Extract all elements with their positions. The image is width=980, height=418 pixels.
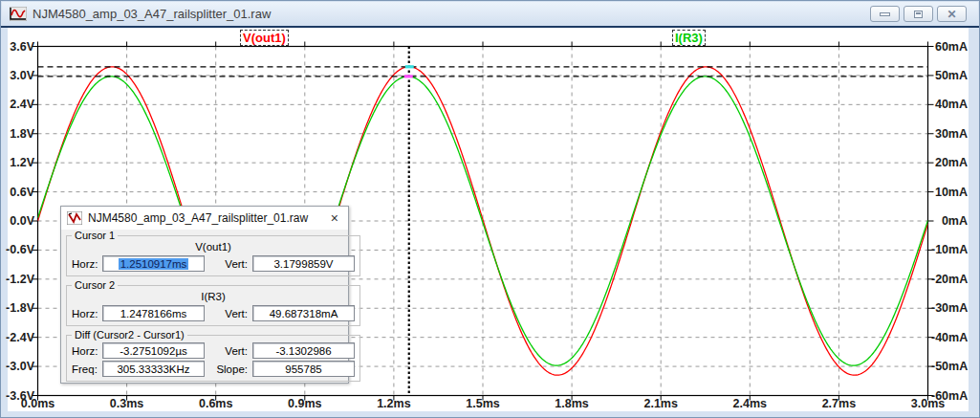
axis-tick-label: 3.0ms — [900, 397, 957, 410]
axis-tick-label: -40mA — [931, 331, 968, 344]
cursor2-vert-field[interactable]: 49.687318mA — [252, 305, 355, 321]
axis-tick-label: 50mA — [931, 69, 968, 82]
cursor2-group: Cursor 2 I(R3) Horz: 1.2478166ms Vert: 4… — [66, 279, 360, 326]
axis-tick-label: 10mA — [931, 186, 968, 199]
cursor-dialog-title: NJM4580_amp_03_A47_railsplitter_01.raw — [88, 211, 327, 225]
axis-tick-label: -10mA — [931, 243, 968, 256]
diff-vert-label: Vert: — [214, 345, 252, 357]
axis-tick-label: -0.6V — [3, 243, 34, 256]
cursor2-marker — [404, 75, 413, 77]
axis-tick-label: -20mA — [931, 273, 968, 286]
axis-tick-label: 0.6V — [3, 186, 34, 199]
axis-tick-label: 3.6V — [3, 40, 34, 54]
diff-vert-field[interactable]: -3.1302986 — [252, 342, 355, 359]
diff-horz-field[interactable]: -3.2751092µs — [102, 342, 205, 359]
cursor-dialog: NJM4580_amp_03_A47_railsplitter_01.raw ×… — [60, 206, 349, 384]
cursor2-trace-name: I(R3) — [72, 291, 355, 303]
axis-tick-label: 2.4V — [3, 98, 34, 111]
waveform-viewer-window: NJM4580_amp_03_A47_railsplitter_01.raw ✕… — [0, 0, 980, 418]
axis-tick-label: 2.7ms — [810, 397, 867, 410]
axis-tick-label: 60mA — [931, 40, 968, 54]
axis-tick-label: 3.0V — [3, 69, 34, 82]
axis-tick-label: 2.4ms — [721, 397, 778, 410]
diff-group: Diff (Cursor2 - Cursor1) Horz: -3.275109… — [66, 329, 360, 382]
slope-field[interactable]: 955785 — [252, 361, 355, 377]
axis-tick-label: 0.0V — [3, 214, 34, 228]
axis-tick-label: 30mA — [931, 127, 968, 141]
axis-tick-label: -2.4V — [3, 331, 34, 344]
cursor-dialog-icon — [67, 211, 82, 225]
axis-tick-label: 1.5ms — [454, 397, 512, 410]
cursor1-marker — [405, 65, 414, 68]
cursor1-horz-label: Horz: — [72, 258, 102, 270]
cursor1-vert-field[interactable]: 3.1799859V — [252, 255, 355, 272]
cursor2-group-label: Cursor 2 — [72, 279, 118, 291]
trace-label-ir3[interactable]: I(R3) — [672, 30, 706, 46]
axis-tick-label: 0.9ms — [276, 397, 334, 410]
cursor1-trace-name: V(out1) — [72, 241, 355, 253]
cursor1-group-label: Cursor 1 — [72, 230, 118, 241]
freq-label: Freq: — [72, 363, 102, 375]
cursor1-group: Cursor 1 V(out1) Horz: 1.2510917ms Vert:… — [66, 230, 360, 276]
axis-tick-label: 1.8V — [3, 127, 34, 141]
freq-field[interactable]: 305.33333KHz — [102, 361, 205, 377]
cursor2-horz-label: Horz: — [72, 308, 102, 319]
axis-tick-label: 1.2ms — [365, 397, 423, 410]
axis-tick-label: 1.8ms — [543, 397, 600, 410]
axis-tick-label: 0.3ms — [98, 397, 156, 410]
axis-tick-label: -1.2V — [3, 273, 34, 286]
slope-label: Slope: — [214, 363, 252, 375]
cursor1-vert-label: Vert: — [214, 258, 252, 270]
axis-tick-label: 0mA — [931, 214, 968, 228]
axis-tick-label: 40mA — [931, 98, 968, 111]
diff-horz-label: Horz: — [72, 345, 102, 357]
axis-tick-label: -30mA — [931, 301, 968, 315]
axis-tick-label: 1.2V — [3, 156, 34, 169]
cursor1-horz-value: 1.2510917ms — [119, 258, 189, 270]
cursor2-vert-label: Vert: — [214, 308, 252, 319]
axis-tick-label: -3.0V — [3, 360, 34, 373]
axis-tick-label: 0.0ms — [10, 397, 67, 410]
axis-tick-label: 0.6ms — [187, 397, 245, 410]
axis-tick-label: 20mA — [931, 156, 968, 169]
cursor2-horz-field[interactable]: 1.2478166ms — [102, 305, 205, 321]
cursor-dialog-titlebar[interactable]: NJM4580_amp_03_A47_railsplitter_01.raw × — [61, 207, 348, 230]
axis-tick-label: -1.8V — [3, 301, 34, 315]
cursor-dialog-close-icon[interactable]: × — [327, 211, 342, 225]
axis-tick-label: -50mA — [931, 360, 968, 373]
axis-tick-label: 2.1ms — [632, 397, 689, 410]
trace-label-vout1[interactable]: V(out1) — [240, 30, 289, 46]
cursor1-horz-field[interactable]: 1.2510917ms — [102, 255, 205, 272]
diff-group-label: Diff (Cursor2 - Cursor1) — [72, 329, 187, 341]
